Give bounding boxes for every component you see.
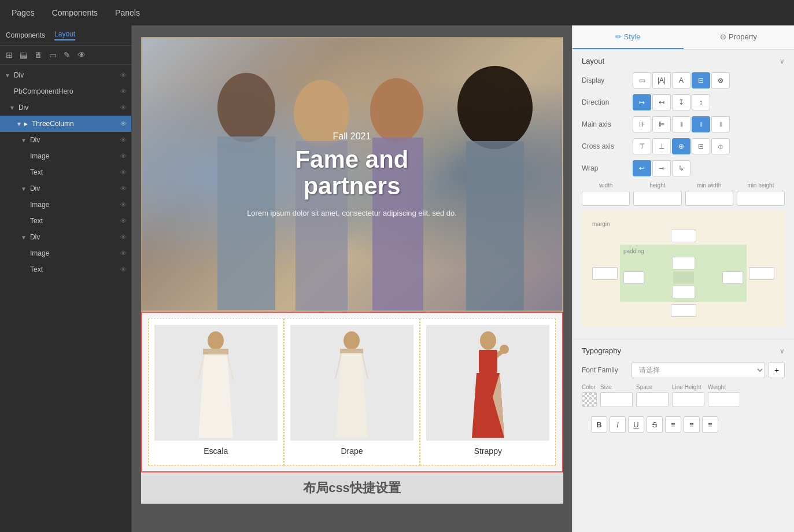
visibility-icon[interactable]: 👁 [120, 217, 127, 224]
direction-col-btn[interactable]: ↧ [672, 94, 690, 110]
desktop-icon[interactable]: 🖥 [34, 50, 42, 60]
display-inline-btn[interactable]: |A| [652, 72, 671, 88]
margin-left-input[interactable] [592, 267, 618, 280]
wrap-btn[interactable]: ↩ [633, 160, 651, 176]
weight-input[interactable] [708, 392, 740, 407]
nav-panels[interactable]: Panels [115, 8, 140, 17]
font-add-button[interactable]: + [769, 362, 785, 378]
strikethrough-button[interactable]: S [647, 416, 663, 433]
cross-axis-start-btn[interactable]: ⊤ [633, 138, 651, 154]
tree-item-threecolumn[interactable]: ▼ ▸ ThreeColumn 👁 [0, 116, 131, 132]
display-block-btn[interactable]: ▭ [633, 72, 651, 88]
align-right-button[interactable]: ≡ [702, 416, 718, 433]
tree-item-image2[interactable]: Image 👁 [0, 197, 131, 213]
product-card-drape[interactable]: Drape [284, 319, 420, 466]
tree-arrow: ▼ [21, 234, 27, 241]
direction-row-rev-btn[interactable]: ↤ [652, 94, 671, 110]
chinese-banner: 布局css快捷设置 [141, 472, 563, 504]
line-height-prop: Line Height [672, 384, 704, 407]
tree-item-div1[interactable]: ▼ Div 👁 [0, 67, 131, 83]
cross-axis-center-btn[interactable]: ⊕ [672, 138, 690, 154]
cross-axis-baseline-btn[interactable]: ⊟ [692, 138, 710, 154]
width-input[interactable] [582, 191, 630, 206]
cross-axis-stretch-btn[interactable]: ⦶ [711, 138, 730, 154]
margin-bottom-input[interactable] [671, 304, 696, 317]
layout-tab[interactable]: Layout [54, 30, 75, 40]
visibility-icon[interactable]: 👁 [120, 250, 127, 257]
tree-item-div5[interactable]: ▼ Div 👁 [0, 229, 131, 245]
display-hidden-btn[interactable]: ⊗ [711, 72, 730, 88]
tree-item-text2[interactable]: Text 👁 [0, 213, 131, 229]
line-height-input[interactable] [672, 392, 704, 407]
main-axis-end-btn[interactable]: ⊫ [652, 116, 671, 132]
wrap-reverse-btn[interactable]: ↳ [672, 160, 690, 176]
tree-item-text3[interactable]: Text 👁 [0, 261, 131, 278]
visibility-icon[interactable]: 👁 [120, 136, 127, 143]
align-left-button[interactable]: ≡ [665, 416, 681, 433]
space-input[interactable] [636, 392, 669, 407]
tree-item-pbcomponent[interactable]: PbComponentHero 👁 [0, 83, 131, 99]
visibility-icon[interactable]: 👁 [120, 185, 127, 192]
hero-section[interactable]: Fall 2021 Fame and partners Lorem ipsum … [141, 37, 563, 312]
min-width-input[interactable] [685, 191, 733, 206]
visibility-icon[interactable]: 👁 [120, 201, 127, 208]
eye-icon[interactable]: 👁 [77, 50, 86, 60]
direction-row-btn[interactable]: ↦ [633, 94, 651, 110]
tablet-icon[interactable]: ▭ [49, 50, 57, 60]
main-axis-between-btn[interactable]: ⦀ [692, 116, 710, 132]
margin-right-input[interactable] [749, 267, 774, 280]
margin-top-input[interactable] [671, 230, 696, 242]
tab-style[interactable]: ✏ Style [573, 25, 684, 49]
grid-icon[interactable]: ⊞ [6, 50, 13, 60]
layout-icon[interactable]: ▤ [20, 50, 27, 60]
canvas-scroll[interactable]: Fall 2021 Fame and partners Lorem ipsum … [132, 25, 572, 532]
padding-right-input[interactable] [722, 271, 743, 284]
display-inline-block-btn[interactable]: A [672, 72, 690, 88]
visibility-icon[interactable]: 👁 [120, 88, 127, 95]
visibility-icon[interactable]: 👁 [120, 234, 127, 241]
padding-left-input[interactable] [623, 271, 644, 284]
size-input[interactable] [600, 392, 633, 407]
font-family-select[interactable]: 请选择 [631, 362, 765, 378]
align-center-button[interactable]: ≡ [684, 416, 700, 433]
nav-components[interactable]: Components [52, 8, 98, 17]
tab-property[interactable]: ⊙ Property [684, 25, 795, 49]
height-label: height [633, 182, 681, 189]
padding-top-input[interactable] [672, 257, 695, 269]
color-swatch[interactable] [582, 392, 597, 407]
direction-col-rev-btn[interactable]: ↕ [692, 94, 710, 110]
padding-bottom-input[interactable] [672, 286, 695, 298]
visibility-icon[interactable]: 👁 [120, 169, 127, 176]
tree-item-div2[interactable]: ▼ Div 👁 [0, 99, 131, 116]
tree-item-image3[interactable]: Image 👁 [0, 245, 131, 261]
visibility-icon[interactable]: 👁 [120, 120, 127, 127]
layout-collapse-icon[interactable]: ∨ [780, 57, 785, 65]
visibility-icon[interactable]: 👁 [120, 72, 127, 79]
tree-item-text1[interactable]: Text 👁 [0, 164, 131, 180]
edit-icon[interactable]: ✎ [64, 50, 71, 60]
underline-button[interactable]: U [628, 416, 644, 433]
nowrap-btn[interactable]: ⊸ [652, 160, 671, 176]
visibility-icon[interactable]: 👁 [120, 104, 127, 111]
typography-title: Typography [582, 346, 621, 355]
cross-axis-end-btn[interactable]: ⊥ [652, 138, 671, 154]
height-input[interactable] [633, 191, 681, 206]
tree-item-div4[interactable]: ▼ Div 👁 [0, 180, 131, 197]
display-flex-btn[interactable]: ⊟ [692, 72, 710, 88]
typography-collapse-icon[interactable]: ∨ [780, 347, 785, 355]
italic-button[interactable]: I [610, 416, 626, 433]
visibility-icon[interactable]: 👁 [120, 266, 127, 273]
bold-button[interactable]: B [591, 416, 607, 433]
product-card-escala[interactable]: Escala [148, 319, 284, 466]
tree-item-div3[interactable]: ▼ Div 👁 [0, 132, 131, 148]
products-section[interactable]: Escala [141, 312, 563, 472]
main-axis-center-btn[interactable]: ⫴ [672, 116, 690, 132]
tree-item-image1[interactable]: Image 👁 [0, 148, 131, 164]
main-axis-around-btn[interactable]: ⦀ [711, 116, 730, 132]
product-card-strappy[interactable]: Strappy [420, 319, 556, 466]
main-axis-start-btn[interactable]: ⊪ [633, 116, 651, 132]
tab-style-label: Style [624, 32, 641, 41]
nav-pages[interactable]: Pages [12, 8, 35, 17]
visibility-icon[interactable]: 👁 [120, 153, 127, 160]
min-height-input[interactable] [737, 191, 785, 206]
